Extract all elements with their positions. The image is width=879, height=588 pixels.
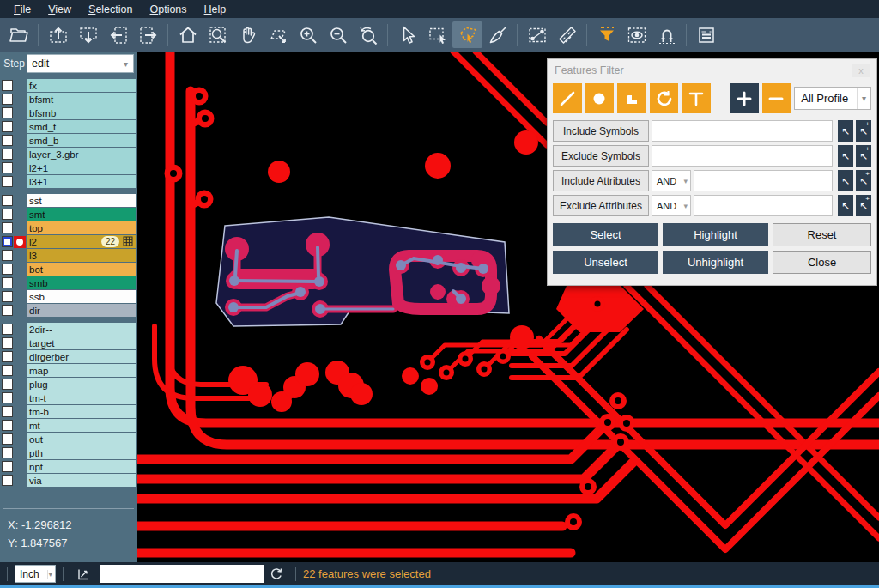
layer-row-top[interactable]: top <box>0 221 137 234</box>
include-symbols-input[interactable] <box>652 120 833 142</box>
layer-checkbox-sst[interactable] <box>2 195 13 206</box>
layer-item-tm-t[interactable]: tm-t <box>27 391 136 404</box>
pick-arrow-add-icon[interactable]: ↖+ <box>856 145 871 167</box>
layer-row-tm-b[interactable]: tm-b <box>0 405 137 418</box>
layer-item-map[interactable]: map <box>27 364 136 377</box>
layer-item-2dir--[interactable]: 2dir-- <box>27 323 136 336</box>
layer-row-l3+1[interactable]: l3+1 <box>0 175 137 188</box>
text-feature-icon[interactable] <box>682 83 711 113</box>
menu-item-file[interactable]: File <box>5 2 39 17</box>
layer-checkbox-bot[interactable] <box>2 264 13 275</box>
and-or-select[interactable]: AND▾ <box>652 195 691 216</box>
layer-checkbox-via[interactable] <box>2 475 13 486</box>
remove-filter-button[interactable] <box>762 83 791 113</box>
layer-checkbox-smt[interactable] <box>2 209 13 220</box>
layer-item-out[interactable]: out <box>27 433 136 446</box>
layer-row-smd_b[interactable]: smd_b <box>0 134 137 147</box>
layer-checkbox-top[interactable] <box>2 222 13 233</box>
close-button[interactable]: Close <box>773 251 871 274</box>
zoom-in-icon[interactable] <box>293 21 323 48</box>
layer-checkbox-dirgerber[interactable] <box>2 351 13 362</box>
pick-arrow-add-icon[interactable]: ↖+ <box>856 120 871 142</box>
layer-item-target[interactable]: target <box>27 336 136 349</box>
layer-checkbox-l3+1[interactable] <box>2 176 13 187</box>
layer-checkbox-tm-t[interactable] <box>2 392 13 403</box>
unit-select[interactable]: Inch ▾ <box>15 565 56 583</box>
layer-row-bot[interactable]: bot <box>0 263 137 276</box>
exclude-attributes-button[interactable]: Exclude Attributes <box>553 195 649 216</box>
close-icon[interactable]: x <box>852 64 870 77</box>
layer-item-dirgerber[interactable]: dirgerber <box>27 350 136 363</box>
snap-magnet-icon[interactable] <box>652 21 682 48</box>
exclude-attributes-input[interactable] <box>694 195 833 216</box>
menu-item-options[interactable]: Options <box>141 2 195 17</box>
layer-item-l3[interactable]: l3 <box>27 249 136 262</box>
layer-checkbox-npt[interactable] <box>2 461 13 472</box>
include-symbols-button[interactable]: Include Symbols <box>553 120 649 142</box>
layer-row-dir[interactable]: dir <box>0 304 137 317</box>
layer-item-dir[interactable]: dir <box>27 304 136 317</box>
layer-row-mt[interactable]: mt <box>0 419 137 432</box>
layer-checkbox-bfsmb[interactable] <box>2 107 13 118</box>
layer-checkbox-bfsmt[interactable] <box>2 94 13 105</box>
layer-checkbox-pth[interactable] <box>2 447 13 458</box>
layer-checkbox-plug[interactable] <box>2 379 13 390</box>
unselect-button[interactable]: Unselect <box>553 251 658 274</box>
layer-checkbox-smb[interactable] <box>2 277 13 288</box>
pick-arrow-icon[interactable]: ↖ <box>838 145 853 167</box>
layer-checkbox-tm-b[interactable] <box>2 406 13 417</box>
layer-table-icon[interactable] <box>123 236 133 248</box>
layer-row-via[interactable]: via <box>0 474 137 487</box>
layer-checkbox-2dir--[interactable] <box>2 324 13 335</box>
layer-row-out[interactable]: out <box>0 433 137 446</box>
unhighlight-button[interactable]: Unhighlight <box>663 251 768 274</box>
view-overlay-icon[interactable] <box>621 21 652 48</box>
layer-row-2dir--[interactable]: 2dir-- <box>0 323 137 336</box>
pan-left-icon[interactable] <box>103 21 133 48</box>
layer-checkbox-map[interactable] <box>2 365 13 376</box>
pick-arrow-add-icon[interactable]: ↖+ <box>856 170 871 191</box>
layer-item-l2[interactable]: l222 <box>27 235 136 248</box>
profile-select[interactable]: All Profile ▾ <box>794 87 871 110</box>
layer-item-fx[interactable]: fx <box>27 79 136 92</box>
menu-item-help[interactable]: Help <box>196 2 235 17</box>
layer-checkbox-mt[interactable] <box>2 420 13 431</box>
layer-row-target[interactable]: target <box>0 336 137 349</box>
layer-checkbox-ssb[interactable] <box>2 291 13 302</box>
layer-row-sst[interactable]: sst <box>0 194 137 207</box>
layer-item-top[interactable]: top <box>27 221 136 234</box>
layer-item-via[interactable]: via <box>27 474 136 487</box>
layer-row-smt[interactable]: smt <box>0 208 137 221</box>
pick-arrow-icon[interactable]: ↖ <box>838 170 853 191</box>
sync-refresh-icon[interactable] <box>270 567 283 581</box>
zoom-object-icon[interactable] <box>263 21 293 48</box>
command-input[interactable] <box>100 565 264 583</box>
ruler-icon[interactable] <box>552 21 582 48</box>
layer-item-pth[interactable]: pth <box>27 446 136 459</box>
zoom-window-icon[interactable] <box>203 21 233 48</box>
layer-row-smb[interactable]: smb <box>0 276 137 289</box>
layer-row-smd_t[interactable]: smd_t <box>0 120 137 133</box>
layer-checkbox-l2+1[interactable] <box>2 162 13 173</box>
menu-item-view[interactable]: View <box>39 2 80 17</box>
layer-row-ssb[interactable]: ssb <box>0 290 137 303</box>
layer-item-smd_t[interactable]: smd_t <box>27 120 136 133</box>
layer-row-pth[interactable]: pth <box>0 446 137 459</box>
include-attributes-button[interactable]: Include Attributes <box>553 170 649 191</box>
layer-row-layer_3.gbr[interactable]: layer_3.gbr <box>0 148 137 161</box>
arc-feature-icon[interactable] <box>650 83 679 113</box>
zoom-previous-icon[interactable] <box>353 21 383 48</box>
layer-item-bot[interactable]: bot <box>27 263 136 276</box>
menu-item-selection[interactable]: Selection <box>80 2 141 17</box>
surface-feature-icon[interactable] <box>617 83 646 113</box>
measure-line-icon[interactable] <box>522 21 552 48</box>
layer-row-fx[interactable]: fx <box>0 79 137 92</box>
layer-checkbox-target[interactable] <box>2 337 13 349</box>
layer-item-npt[interactable]: npt <box>27 460 136 473</box>
include-attributes-input[interactable] <box>694 170 833 191</box>
select-arrow-icon[interactable] <box>392 21 422 48</box>
layer-checkbox-l2[interactable] <box>2 236 13 247</box>
line-feature-icon[interactable] <box>553 83 582 113</box>
layer-item-bfsmt[interactable]: bfsmt <box>27 93 136 106</box>
pcb-canvas[interactable]: Features Filter x All Profile ▾ <box>137 52 879 562</box>
